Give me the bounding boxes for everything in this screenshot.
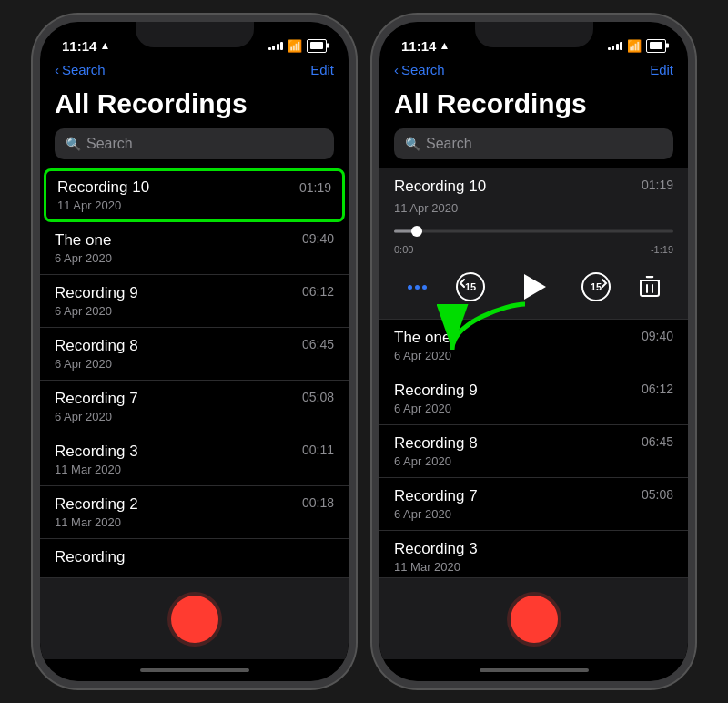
dots-icon bbox=[408, 285, 427, 290]
list-item[interactable]: The one 6 Apr 2020 09:40 bbox=[40, 222, 349, 275]
battery-icon-right bbox=[646, 39, 666, 53]
list-item[interactable]: Recording 9 6 Apr 2020 06:12 bbox=[379, 372, 688, 425]
more-options-button[interactable] bbox=[408, 285, 427, 290]
location-icon-right: ▲ bbox=[439, 39, 450, 52]
back-label-right: Search bbox=[401, 62, 445, 77]
list-item[interactable]: Recording 7 6 Apr 2020 05:08 bbox=[379, 478, 688, 531]
back-button-right[interactable]: ‹ Search bbox=[394, 62, 445, 77]
recording-date-5: 11 Mar 2020 bbox=[55, 463, 334, 476]
notch-right bbox=[475, 22, 593, 47]
back-chevron-right: ‹ bbox=[394, 62, 399, 77]
recording-name-0: Recording 10 bbox=[57, 178, 331, 197]
screen-left: 11:14 ▲ 📶 ‹ Search bbox=[40, 22, 349, 681]
scrubber-track bbox=[394, 230, 673, 233]
search-bar-left[interactable]: 🔍 Search bbox=[55, 128, 334, 159]
recording-name-6: Recording 2 bbox=[55, 495, 334, 514]
svg-rect-4 bbox=[641, 280, 659, 296]
notch-left bbox=[136, 22, 254, 47]
time-left: 11:14 bbox=[62, 38, 96, 54]
skip-back-icon: 15 bbox=[454, 270, 487, 303]
list-item[interactable]: Recording 9 6 Apr 2020 06:12 bbox=[40, 275, 349, 328]
status-icons-right: 📶 bbox=[608, 39, 667, 53]
home-indicator-left bbox=[40, 659, 349, 681]
playback-date: 11 Apr 2020 bbox=[394, 201, 673, 215]
record-button-left[interactable] bbox=[171, 596, 218, 643]
phone-left: 11:14 ▲ 📶 ‹ Search bbox=[33, 15, 356, 688]
home-bar-right bbox=[480, 668, 589, 672]
playback-controls: 15 15 bbox=[394, 264, 673, 310]
recording-date-6: 11 Mar 2020 bbox=[55, 515, 334, 529]
recording-date-1: 6 Apr 2020 bbox=[55, 251, 334, 265]
recording-dur-3: 06:45 bbox=[302, 337, 334, 352]
rdur-r1: 06:12 bbox=[642, 382, 673, 396]
scrubber-thumb bbox=[411, 226, 422, 237]
playback-title: Recording 10 bbox=[394, 178, 486, 196]
dot-3 bbox=[422, 285, 427, 290]
wifi-icon-right: 📶 bbox=[627, 39, 642, 53]
skip-back-button[interactable]: 15 bbox=[454, 270, 487, 303]
list-item[interactable]: Recording 8 6 Apr 2020 06:45 bbox=[379, 425, 688, 478]
rname-r3: Recording 7 bbox=[394, 487, 673, 505]
edit-button-left[interactable]: Edit bbox=[310, 62, 334, 77]
rname-r4: Recording 3 bbox=[394, 540, 673, 558]
phone-right: 11:14 ▲ 📶 ‹ Search bbox=[372, 15, 695, 688]
recording-name-5: Recording 3 bbox=[55, 443, 334, 461]
home-bar-left bbox=[140, 668, 249, 672]
search-placeholder-left: Search bbox=[86, 136, 133, 152]
edit-button-right[interactable]: Edit bbox=[650, 62, 673, 77]
scrubber-times: 0:00 -1:19 bbox=[394, 244, 673, 255]
dot-1 bbox=[408, 285, 412, 290]
recording-name-3: Recording 8 bbox=[55, 337, 334, 355]
time-right: 11:14 bbox=[401, 38, 436, 54]
recording-item-highlighted[interactable]: Recording 10 11 Apr 2020 01:19 bbox=[44, 168, 345, 222]
delete-button[interactable] bbox=[640, 276, 660, 298]
rdate-r4: 11 Mar 2020 bbox=[394, 560, 673, 574]
rdur-r0: 09:40 bbox=[642, 329, 673, 343]
home-indicator-right bbox=[379, 659, 688, 681]
scrubber[interactable] bbox=[394, 222, 673, 240]
rdur-r2: 06:45 bbox=[642, 434, 673, 449]
signal-left bbox=[268, 42, 284, 50]
rdur-r3: 05:08 bbox=[642, 487, 673, 502]
playback-header: Recording 10 01:19 bbox=[394, 178, 673, 196]
list-item[interactable]: Recording 3 11 Mar 2020 00:11 bbox=[40, 433, 349, 486]
skip-forward-button[interactable]: 15 bbox=[580, 270, 612, 303]
list-item[interactable]: Recording bbox=[40, 539, 349, 576]
recording-date-4: 6 Apr 2020 bbox=[55, 410, 334, 423]
rname-r1: Recording 9 bbox=[394, 382, 673, 400]
battery-icon-left bbox=[307, 39, 327, 53]
recording-dur-4: 05:08 bbox=[302, 390, 334, 404]
rdate-r0: 6 Apr 2020 bbox=[394, 349, 673, 362]
search-bar-right[interactable]: 🔍 Search bbox=[394, 128, 673, 159]
recording-dur-1: 09:40 bbox=[302, 231, 334, 246]
status-icons-left: 📶 bbox=[268, 39, 328, 53]
play-button[interactable] bbox=[514, 268, 552, 306]
back-button-left[interactable]: ‹ Search bbox=[55, 62, 106, 77]
back-label-left: Search bbox=[62, 62, 106, 77]
svg-text:15: 15 bbox=[591, 281, 602, 292]
trash-icon bbox=[640, 276, 660, 298]
list-item[interactable]: Recording 3 11 Mar 2020 bbox=[379, 531, 688, 577]
skip-forward-icon: 15 bbox=[580, 270, 612, 303]
screen-right: 11:14 ▲ 📶 ‹ Search bbox=[379, 22, 688, 681]
remaining-time: -1:19 bbox=[651, 244, 673, 255]
recording-date-0: 11 Apr 2020 bbox=[57, 199, 331, 212]
search-icon-right: 🔍 bbox=[405, 137, 420, 151]
list-item[interactable]: Recording 2 11 Mar 2020 00:18 bbox=[40, 486, 349, 539]
record-button-right[interactable] bbox=[511, 596, 558, 643]
svg-text:15: 15 bbox=[465, 281, 476, 292]
current-time: 0:00 bbox=[394, 244, 413, 255]
recording-dur-5: 00:11 bbox=[302, 443, 334, 457]
recording-name-4: Recording 7 bbox=[55, 390, 334, 408]
play-icon bbox=[524, 274, 546, 300]
list-item[interactable]: Recording 7 6 Apr 2020 05:08 bbox=[40, 381, 349, 433]
search-placeholder-right: Search bbox=[426, 136, 472, 152]
recording-dur-0: 01:19 bbox=[299, 180, 331, 195]
list-item[interactable]: The one 6 Apr 2020 09:40 bbox=[379, 320, 688, 372]
recording-name-1: The one bbox=[55, 231, 334, 250]
playback-duration: 01:19 bbox=[642, 178, 673, 192]
back-chevron-left: ‹ bbox=[55, 62, 59, 77]
nav-bar-right: ‹ Search Edit bbox=[379, 62, 688, 81]
list-item[interactable]: Recording 8 6 Apr 2020 06:45 bbox=[40, 328, 349, 381]
rname-r2: Recording 8 bbox=[394, 434, 673, 453]
